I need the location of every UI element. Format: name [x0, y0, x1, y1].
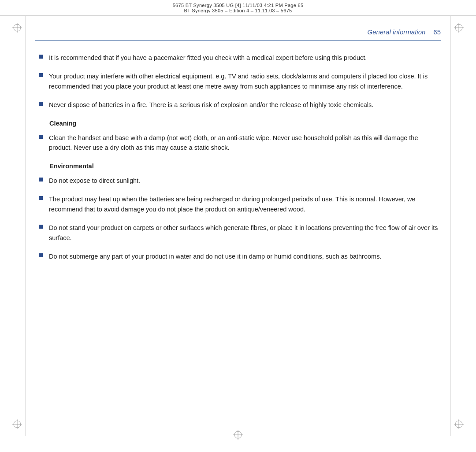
cleaning-heading: Cleaning — [49, 120, 441, 127]
bullet-square-icon — [39, 135, 43, 139]
page-container: 5675 BT Synergy 3505 UG [4] 11/11/03 4:2… — [0, 0, 476, 452]
bullet-square-icon — [39, 73, 43, 77]
section-title: General information — [368, 28, 426, 36]
cleaning-bullet-list: Clean the handset and base with a damp (… — [35, 133, 441, 153]
bullet-square-icon — [39, 225, 43, 229]
bullet-square-icon — [39, 55, 43, 59]
reg-mark-top-left — [12, 23, 22, 33]
bullet-square-icon — [39, 102, 43, 106]
environmental-heading: Environmental — [49, 163, 441, 170]
list-item: The product may heat up when the batteri… — [35, 194, 441, 214]
top-header: 5675 BT Synergy 3505 UG [4] 11/11/03 4:2… — [0, 0, 476, 16]
bullet-text: Your product may interfere with other el… — [49, 71, 441, 91]
list-item: Do not expose to direct sunlight. — [35, 176, 441, 185]
list-item: Your product may interfere with other el… — [35, 71, 441, 91]
reg-mark-bottom-left — [12, 419, 22, 429]
list-item: Clean the handset and base with a damp (… — [35, 133, 441, 153]
list-item: Do not stand your product on carpets or … — [35, 223, 441, 243]
environmental-bullet-list: Do not expose to direct sunlight. The pr… — [35, 176, 441, 262]
bullet-text: It is recommended that if you have a pac… — [49, 53, 367, 63]
bullet-text: Do not stand your product on carpets or … — [49, 223, 441, 243]
section-header: General information 65 — [35, 16, 441, 41]
list-item: Do not submerge any part of your product… — [35, 252, 441, 261]
right-border-line — [450, 16, 450, 436]
bullet-text: Never dispose of batteries in a fire. Th… — [49, 100, 373, 110]
bullet-square-icon — [39, 253, 43, 257]
list-item: Never dispose of batteries in a fire. Th… — [35, 100, 441, 110]
header-line1: 5675 BT Synergy 3505 UG [4] 11/11/03 4:2… — [173, 3, 304, 8]
list-item: It is recommended that if you have a pac… — [35, 53, 441, 63]
content-area: General information 65 It is recommended… — [35, 16, 441, 436]
bullet-text: Clean the handset and base with a damp (… — [49, 133, 441, 153]
reg-mark-bottom-right — [454, 419, 464, 429]
bullet-text: Do not submerge any part of your product… — [49, 252, 381, 261]
header-line2: BT Synergy 3505 – Edition 4 – 11.11.03 –… — [184, 8, 292, 13]
bullet-text: Do not expose to direct sunlight. — [49, 176, 140, 185]
page-number: 65 — [433, 28, 441, 36]
bullet-square-icon — [39, 178, 43, 182]
main-bullet-list: It is recommended that if you have a pac… — [35, 53, 441, 110]
bullet-text: The product may heat up when the batteri… — [49, 194, 441, 214]
left-border-line — [26, 16, 26, 436]
bullet-square-icon — [39, 196, 43, 200]
reg-mark-top-right — [454, 23, 464, 33]
